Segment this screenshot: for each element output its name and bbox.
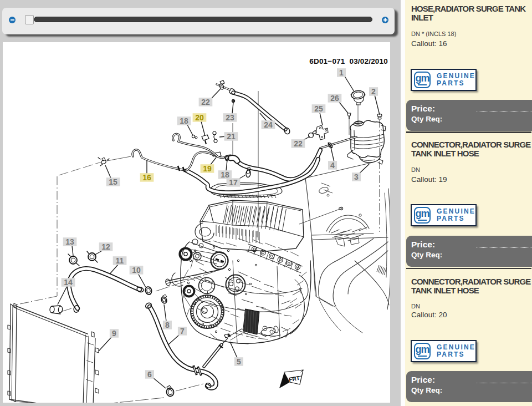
svg-text:10: 10: [132, 266, 141, 275]
svg-text:FRT: FRT: [288, 375, 300, 383]
svg-text:23: 23: [226, 113, 234, 122]
svg-text:4: 4: [330, 161, 335, 170]
svg-text:2: 2: [371, 87, 376, 96]
svg-text:3: 3: [354, 172, 359, 181]
svg-text:6D01−071 03/02/2010: 6D01−071 03/02/2010: [309, 57, 388, 65]
svg-text:18: 18: [221, 170, 229, 179]
svg-text:9: 9: [112, 329, 116, 338]
svg-text:17: 17: [229, 178, 238, 187]
svg-text:21: 21: [227, 132, 236, 141]
svg-text:12: 12: [101, 242, 110, 251]
svg-text:19: 19: [203, 164, 212, 173]
svg-text:15: 15: [109, 177, 117, 186]
svg-text:6: 6: [147, 370, 152, 379]
svg-text:14: 14: [64, 278, 73, 287]
svg-text:22: 22: [294, 139, 303, 148]
svg-text:13: 13: [65, 237, 74, 246]
svg-text:5: 5: [237, 357, 241, 366]
svg-text:8: 8: [165, 321, 170, 329]
svg-text:11: 11: [116, 256, 124, 265]
svg-text:22: 22: [201, 98, 210, 106]
svg-text:24: 24: [264, 120, 273, 129]
svg-text:18: 18: [180, 116, 188, 125]
svg-text:16: 16: [142, 173, 151, 182]
svg-text:1: 1: [339, 68, 344, 77]
svg-text:20: 20: [195, 113, 204, 122]
svg-text:7: 7: [180, 327, 185, 336]
svg-text:26: 26: [330, 94, 339, 103]
svg-text:25: 25: [314, 104, 323, 113]
